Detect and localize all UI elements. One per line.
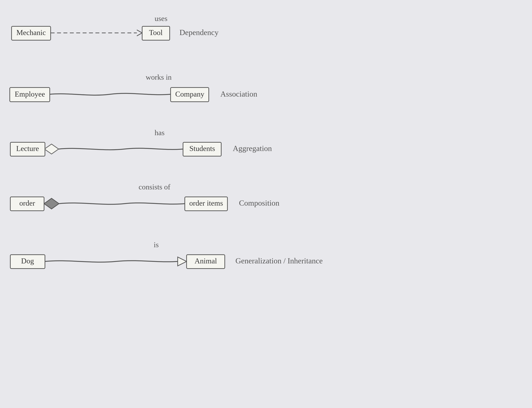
triangle-generalization bbox=[178, 257, 187, 266]
label-animal: Animal bbox=[195, 257, 217, 265]
relationship-label-association: Association bbox=[220, 90, 257, 98]
label-dog: Dog bbox=[21, 257, 34, 265]
arrow-dependency bbox=[137, 30, 142, 36]
relationship-label-dependency: Dependency bbox=[180, 28, 219, 37]
line-aggregation bbox=[59, 148, 183, 150]
label-mechanic: Mechanic bbox=[16, 28, 46, 37]
connector-label-dependency: uses bbox=[155, 14, 167, 23]
relationship-label-generalization: Generalization / Inheritance bbox=[236, 256, 323, 265]
connector-label-composition: consists of bbox=[139, 183, 170, 191]
diagram-container: Tool) ===== --> uses Mechanic Tool Depen… bbox=[0, 0, 532, 408]
label-employee: Employee bbox=[15, 90, 45, 98]
relationship-label-aggregation: Aggregation bbox=[233, 144, 272, 153]
connector-label-association: works in bbox=[146, 73, 172, 81]
label-tool: Tool bbox=[149, 28, 163, 37]
label-lecture: Lecture bbox=[16, 144, 39, 153]
label-order-items: order items bbox=[189, 199, 223, 207]
label-order: order bbox=[19, 199, 35, 207]
connector-label-generalization: is bbox=[154, 241, 159, 249]
main-svg: Tool) ===== --> uses Mechanic Tool Depen… bbox=[0, 0, 532, 408]
label-company: Company bbox=[175, 90, 204, 98]
diamond-composition bbox=[44, 198, 59, 209]
diamond-aggregation bbox=[44, 144, 59, 154]
line-generalization bbox=[45, 261, 178, 262]
label-students: Students bbox=[189, 144, 215, 153]
line-composition bbox=[59, 203, 185, 204]
connector-label-aggregation: has bbox=[155, 128, 164, 137]
line-association bbox=[50, 93, 171, 95]
relationship-label-composition: Composition bbox=[239, 199, 279, 207]
